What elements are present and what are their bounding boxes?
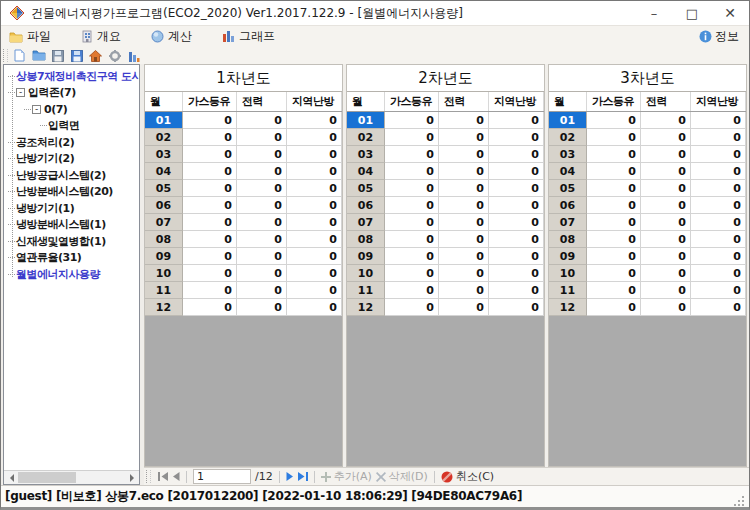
value-cell[interactable]: 0: [385, 129, 439, 146]
month-cell[interactable]: 06: [549, 197, 587, 214]
value-cell[interactable]: 0: [385, 231, 439, 248]
cancel-button[interactable]: 취소(C): [441, 469, 494, 484]
value-cell[interactable]: 0: [439, 299, 489, 316]
tree-expander-icon[interactable]: -: [16, 88, 25, 97]
value-cell[interactable]: 0: [237, 214, 287, 231]
value-cell[interactable]: 0: [237, 146, 287, 163]
value-cell[interactable]: 0: [641, 129, 691, 146]
value-cell[interactable]: 0: [183, 299, 237, 316]
value-cell[interactable]: 0: [183, 265, 237, 282]
value-cell[interactable]: 0: [641, 299, 691, 316]
value-cell[interactable]: 0: [287, 265, 342, 282]
value-cell[interactable]: 0: [489, 248, 544, 265]
value-cell[interactable]: 0: [385, 282, 439, 299]
value-cell[interactable]: 0: [587, 129, 641, 146]
menu-item-graph[interactable]: 그래프: [222, 28, 275, 45]
next-page-button[interactable]: [286, 472, 294, 481]
month-cell[interactable]: 11: [347, 282, 385, 299]
value-cell[interactable]: 0: [237, 112, 287, 129]
value-cell[interactable]: 0: [489, 282, 544, 299]
tree-item[interactable]: 입력면: [4, 118, 139, 135]
add-record-button[interactable]: 추가(A): [321, 469, 372, 484]
first-page-button[interactable]: [158, 472, 168, 481]
tree-item[interactable]: 신재생및열병합(1): [4, 233, 139, 250]
month-cell[interactable]: 10: [347, 265, 385, 282]
value-cell[interactable]: 0: [385, 163, 439, 180]
page-number-input[interactable]: [193, 469, 251, 484]
value-cell[interactable]: 0: [287, 197, 342, 214]
month-cell[interactable]: 04: [549, 163, 587, 180]
value-cell[interactable]: 0: [587, 163, 641, 180]
value-cell[interactable]: 0: [237, 197, 287, 214]
value-cell[interactable]: 0: [691, 112, 746, 129]
tree-item[interactable]: 공조처리(2): [4, 134, 139, 151]
scrollbar-thumb[interactable]: [18, 472, 76, 483]
value-cell[interactable]: 0: [489, 129, 544, 146]
month-cell[interactable]: 04: [145, 163, 183, 180]
delete-record-button[interactable]: 삭제(D): [376, 469, 428, 484]
value-cell[interactable]: 0: [287, 112, 342, 129]
value-cell[interactable]: 0: [287, 163, 342, 180]
value-cell[interactable]: 0: [587, 197, 641, 214]
value-cell[interactable]: 0: [439, 248, 489, 265]
scroll-right-button[interactable]: [125, 471, 139, 485]
scroll-left-button[interactable]: [4, 471, 18, 485]
value-cell[interactable]: 0: [691, 214, 746, 231]
value-cell[interactable]: 0: [439, 112, 489, 129]
value-cell[interactable]: 0: [183, 214, 237, 231]
month-cell[interactable]: 03: [347, 146, 385, 163]
month-cell[interactable]: 06: [347, 197, 385, 214]
tree-item[interactable]: 냉방분배시스템(1): [4, 217, 139, 234]
value-cell[interactable]: 0: [587, 248, 641, 265]
month-cell[interactable]: 01: [145, 112, 183, 129]
value-cell[interactable]: 0: [587, 299, 641, 316]
value-cell[interactable]: 0: [691, 146, 746, 163]
value-cell[interactable]: 0: [641, 180, 691, 197]
scrollbar-track[interactable]: [18, 471, 125, 484]
value-cell[interactable]: 0: [641, 265, 691, 282]
month-cell[interactable]: 08: [549, 231, 587, 248]
value-cell[interactable]: 0: [237, 129, 287, 146]
menu-item-overview[interactable]: 개요: [81, 28, 121, 45]
save-as-icon[interactable]: [68, 48, 85, 63]
menu-item-info[interactable]: 정보: [699, 28, 739, 45]
month-cell[interactable]: 05: [549, 180, 587, 197]
resize-grip-icon[interactable]: [733, 495, 745, 507]
close-button[interactable]: ✕: [711, 1, 749, 25]
month-cell[interactable]: 01: [347, 112, 385, 129]
tree-item[interactable]: 열관류율(31): [4, 250, 139, 267]
value-cell[interactable]: 0: [641, 248, 691, 265]
month-cell[interactable]: 12: [347, 299, 385, 316]
minimize-button[interactable]: –: [635, 1, 673, 25]
maximize-button[interactable]: □: [673, 1, 711, 25]
value-cell[interactable]: 0: [489, 265, 544, 282]
month-cell[interactable]: 12: [145, 299, 183, 316]
value-cell[interactable]: 0: [489, 112, 544, 129]
last-page-button[interactable]: [298, 472, 308, 481]
value-cell[interactable]: 0: [237, 299, 287, 316]
value-cell[interactable]: 0: [489, 299, 544, 316]
month-cell[interactable]: 02: [145, 129, 183, 146]
value-cell[interactable]: 0: [237, 163, 287, 180]
value-cell[interactable]: 0: [641, 163, 691, 180]
month-cell[interactable]: 10: [145, 265, 183, 282]
value-cell[interactable]: 0: [237, 248, 287, 265]
value-cell[interactable]: 0: [641, 197, 691, 214]
value-cell[interactable]: 0: [385, 197, 439, 214]
month-cell[interactable]: 05: [347, 180, 385, 197]
value-cell[interactable]: 0: [385, 112, 439, 129]
value-cell[interactable]: 0: [183, 197, 237, 214]
value-cell[interactable]: 0: [385, 180, 439, 197]
month-cell[interactable]: 11: [145, 282, 183, 299]
value-cell[interactable]: 0: [691, 197, 746, 214]
value-cell[interactable]: 0: [641, 112, 691, 129]
tree-item[interactable]: -0(7): [4, 101, 139, 118]
month-cell[interactable]: 11: [549, 282, 587, 299]
value-cell[interactable]: 0: [287, 214, 342, 231]
value-cell[interactable]: 0: [587, 282, 641, 299]
value-cell[interactable]: 0: [641, 146, 691, 163]
value-cell[interactable]: 0: [183, 112, 237, 129]
value-cell[interactable]: 0: [287, 146, 342, 163]
home-icon[interactable]: [87, 48, 104, 63]
month-cell[interactable]: 01: [549, 112, 587, 129]
